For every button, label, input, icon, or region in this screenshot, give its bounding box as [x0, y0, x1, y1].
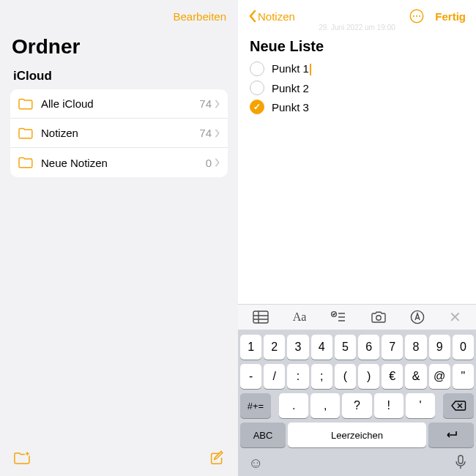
close-icon[interactable]: ✕ — [449, 308, 461, 326]
folder-name: Alle iCloud — [41, 97, 199, 110]
keyboard-row-4: ABC Leerzeichen — [238, 418, 476, 452]
svg-point-3 — [416, 15, 417, 17]
symbols-key[interactable]: #+= — [240, 393, 271, 418]
key-6[interactable]: 6 — [358, 335, 379, 360]
folder-count: 74 — [199, 127, 212, 139]
key-"[interactable]: " — [453, 364, 474, 389]
page-title: Ordner — [0, 32, 238, 66]
key-;[interactable]: ; — [311, 364, 332, 389]
back-label: Notizen — [258, 10, 295, 23]
left-toolbar — [0, 441, 238, 476]
back-button[interactable]: Notizen — [248, 10, 295, 23]
key-8[interactable]: 8 — [405, 335, 426, 360]
folder-icon — [18, 156, 34, 169]
checklist-label: Punkt 1 — [272, 62, 311, 75]
text-style-button[interactable]: Aa — [293, 310, 307, 324]
folder-count: 74 — [199, 97, 212, 110]
camera-icon[interactable] — [371, 310, 387, 324]
return-key[interactable] — [428, 423, 474, 447]
keyboard-row-3: #+= .,?!' — [238, 389, 476, 418]
key-)[interactable]: ) — [358, 364, 379, 389]
key-([interactable]: ( — [335, 364, 356, 389]
compose-icon[interactable] — [209, 450, 225, 466]
folder-count: 0 — [206, 157, 212, 169]
checklist-icon[interactable] — [330, 310, 346, 324]
keyboard: Aa ✕ 1234567890 -/:;()€&@" #+= .,?!' ABC… — [238, 304, 476, 476]
folder-row[interactable]: Neue Notizen 0 — [10, 148, 228, 177]
mic-key[interactable] — [455, 455, 466, 469]
backspace-key[interactable] — [443, 393, 474, 418]
checklist-item[interactable]: Punkt 3 — [250, 97, 464, 116]
space-key[interactable]: Leerzeichen — [288, 423, 426, 447]
key-2[interactable]: 2 — [264, 335, 285, 360]
folders-pane: Bearbeiten Ordner iCloud Alle iCloud 74 … — [0, 0, 238, 476]
key-9[interactable]: 9 — [429, 335, 450, 360]
folder-name: Neue Notizen — [41, 157, 206, 169]
chevron-left-icon — [248, 10, 256, 23]
edit-button[interactable]: Bearbeiten — [173, 10, 226, 23]
markup-icon[interactable] — [410, 310, 425, 324]
folder-icon — [18, 127, 34, 140]
new-folder-icon[interactable] — [13, 450, 31, 466]
key-/[interactable]: / — [264, 364, 285, 389]
key-![interactable]: ! — [374, 393, 404, 418]
left-navbar: Bearbeiten — [0, 0, 238, 32]
note-title: Neue Liste — [250, 38, 464, 55]
folder-list: Alle iCloud 74 Notizen 74 Neue Notizen 0 — [10, 89, 228, 177]
checkbox-icon[interactable] — [250, 81, 264, 95]
svg-point-4 — [419, 15, 420, 17]
text-cursor — [310, 64, 311, 75]
emoji-key[interactable]: ☺ — [248, 455, 263, 472]
more-icon[interactable] — [409, 8, 425, 24]
key-3[interactable]: 3 — [287, 335, 308, 360]
key-1[interactable]: 1 — [240, 335, 261, 360]
note-pane: Notizen Fertig 29. Juni 2022 um 19:00 Ne… — [238, 0, 476, 476]
folder-row[interactable]: Notizen 74 — [10, 119, 228, 148]
folder-icon — [18, 97, 34, 111]
note-timestamp: 29. Juni 2022 um 19:00 — [238, 23, 476, 31]
key-:[interactable]: : — [287, 364, 308, 389]
checklist-item[interactable]: Punkt 2 — [250, 78, 464, 97]
key-,[interactable]: , — [310, 393, 340, 418]
keyboard-footer: ☺ — [238, 452, 476, 476]
chevron-right-icon — [215, 129, 220, 138]
key-€[interactable]: € — [382, 364, 403, 389]
folder-row[interactable]: Alle iCloud 74 — [10, 89, 228, 119]
keyboard-row-2: -/:;()€&@" — [238, 360, 476, 389]
svg-point-2 — [413, 15, 414, 17]
checkbox-icon[interactable] — [250, 62, 264, 76]
keyboard-row-1: 1234567890 — [238, 330, 476, 360]
key-'[interactable]: ' — [406, 393, 435, 418]
key-.[interactable]: . — [279, 393, 308, 418]
checklist-item[interactable]: Punkt 1 — [250, 59, 464, 78]
section-header-icloud[interactable]: iCloud — [0, 66, 238, 89]
checklist-label: Punkt 2 — [272, 82, 309, 94]
chevron-right-icon — [215, 100, 220, 108]
key-5[interactable]: 5 — [335, 335, 356, 360]
done-button[interactable]: Fertig — [435, 10, 466, 23]
svg-point-7 — [376, 316, 380, 320]
key--[interactable]: - — [240, 364, 261, 389]
checkbox-checked-icon[interactable] — [250, 100, 264, 114]
folder-name: Notizen — [41, 127, 199, 139]
key-@[interactable]: @ — [429, 364, 450, 389]
key-4[interactable]: 4 — [311, 335, 332, 360]
table-icon[interactable] — [253, 310, 269, 324]
key-&[interactable]: & — [405, 364, 426, 389]
key-0[interactable]: 0 — [453, 335, 474, 360]
svg-rect-9 — [458, 455, 463, 464]
svg-rect-5 — [253, 311, 268, 323]
abc-key[interactable]: ABC — [240, 423, 286, 447]
key-?[interactable]: ? — [342, 393, 371, 418]
chevron-right-icon — [215, 158, 220, 167]
format-bar: Aa ✕ — [238, 304, 476, 330]
checklist-label: Punkt 3 — [272, 101, 309, 114]
key-7[interactable]: 7 — [382, 335, 403, 360]
